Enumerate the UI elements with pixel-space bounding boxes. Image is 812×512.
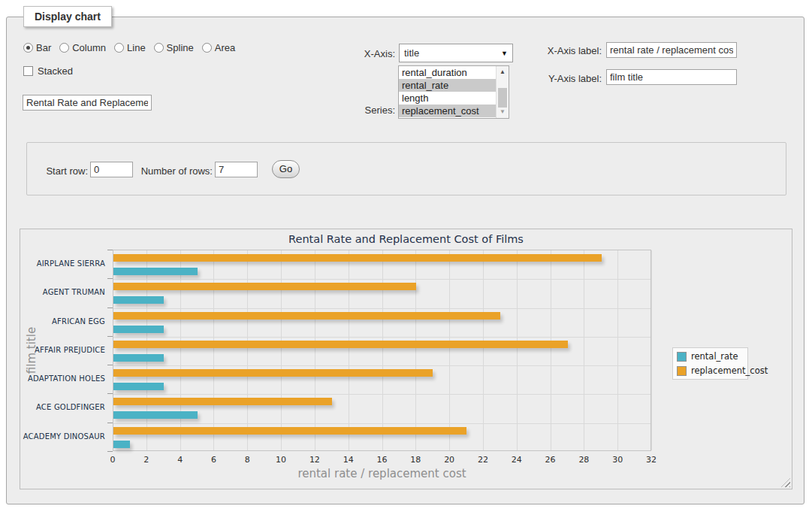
scrollbar-thumb[interactable] <box>498 88 507 108</box>
scroll-up-icon[interactable]: ▲ <box>497 66 509 78</box>
y-axis-label-input[interactable] <box>606 69 737 85</box>
y-tick-mark <box>107 423 113 423</box>
chart-x-axis-label: rental rate / replacement cost <box>113 467 651 480</box>
bar-rental_rate <box>113 268 198 275</box>
x-tick-label: 26 <box>538 455 563 465</box>
radio-icon[interactable] <box>114 43 124 53</box>
bar-rental_rate <box>113 354 164 362</box>
category-label: ADAPTATION HOLES <box>20 365 105 393</box>
chart-legend: rental_ratereplacement_cost <box>672 347 748 380</box>
series-listbox[interactable]: rental_durationrental_ratelengthreplacem… <box>398 65 509 119</box>
radio-icon[interactable] <box>202 43 212 53</box>
x-tick-label: 20 <box>436 455 462 465</box>
chart-type-line[interactable]: Line <box>114 42 146 53</box>
number-of-rows-input[interactable] <box>215 162 258 177</box>
start-row-label: Start row: <box>41 165 88 177</box>
x-tick-label: 18 <box>403 455 428 465</box>
x-tick-label: 8 <box>234 455 260 465</box>
fieldset-legend: Display chart <box>23 6 112 27</box>
legend-entry: replacement_cost <box>677 365 744 376</box>
gridline <box>584 250 584 450</box>
x-tick-label: 10 <box>268 455 294 465</box>
gridline <box>113 337 651 338</box>
gridline <box>315 250 315 450</box>
chart-type-area[interactable]: Area <box>202 42 235 53</box>
bar-rental_rate <box>113 383 164 390</box>
category-label: AFRICAN EGG <box>20 308 105 336</box>
x-axis-select[interactable]: title ▼ <box>399 44 513 62</box>
x-tick-label: 2 <box>134 455 159 465</box>
radio-icon[interactable] <box>59 43 69 53</box>
series-option-length[interactable]: length <box>399 92 496 105</box>
go-button[interactable]: Go <box>272 160 300 178</box>
gridline <box>113 365 651 366</box>
gridline <box>146 250 147 450</box>
series-option-rental_rate[interactable]: rental_rate <box>399 79 496 92</box>
bar-replacement_cost <box>113 341 568 348</box>
y-tick-mark <box>107 393 113 394</box>
legend-label: replacement_cost <box>691 365 768 376</box>
bar-rental_rate <box>113 411 198 419</box>
gridline <box>483 250 484 450</box>
stacked-checkbox[interactable] <box>23 66 33 76</box>
scroll-down-icon[interactable]: ▼ <box>497 106 509 118</box>
number-of-rows-label: Number of rows: <box>139 165 213 177</box>
bar-replacement_cost <box>113 312 500 320</box>
gridline <box>382 250 383 450</box>
gridline <box>449 250 450 450</box>
gridline <box>551 250 551 450</box>
chart-title-input[interactable] <box>23 95 152 111</box>
chart-type-column[interactable]: Column <box>59 42 106 53</box>
series-options: rental_durationrental_ratelengthreplacem… <box>399 66 496 118</box>
x-tick-label: 14 <box>336 455 361 465</box>
x-axis-select-value: title <box>404 47 501 59</box>
x-tick-label: 22 <box>470 455 496 465</box>
legend-entry: rental_rate <box>677 351 744 362</box>
bar-rental_rate <box>113 441 130 448</box>
x-axis-select-label: X-Axis: <box>335 48 395 59</box>
gridline <box>349 250 349 450</box>
resize-handle-icon[interactable] <box>781 478 790 487</box>
series-option-rental_duration[interactable]: rental_duration <box>399 66 496 79</box>
gridline <box>517 250 518 450</box>
chart-type-bar[interactable]: Bar <box>23 42 51 53</box>
y-tick-mark <box>107 365 113 365</box>
bar-rental_rate <box>113 326 164 333</box>
y-axis-label-label: Y-Axis label: <box>527 73 602 84</box>
category-label: AIRPLANE SIERRA <box>20 250 105 278</box>
gridline <box>113 423 651 424</box>
x-tick-label: 12 <box>302 455 328 465</box>
stacked-option[interactable]: Stacked <box>23 65 73 77</box>
x-tick-label: 30 <box>605 455 630 465</box>
x-axis-label-input[interactable] <box>606 42 737 58</box>
x-tick-label: 4 <box>168 455 193 465</box>
gridline <box>651 250 652 450</box>
bar-replacement_cost <box>113 398 332 405</box>
category-label: ACE GOLDFINGER <box>20 393 105 422</box>
gridline <box>180 250 181 450</box>
radio-icon[interactable] <box>23 43 33 53</box>
bar-replacement_cost <box>113 427 466 435</box>
bar-replacement_cost <box>113 369 433 377</box>
series-option-replacement_cost[interactable]: replacement_cost <box>399 105 496 117</box>
chart-type-option-label: Line <box>127 42 146 53</box>
chart-type-option-label: Spline <box>167 42 194 53</box>
x-tick-label: 28 <box>571 455 596 465</box>
x-tick-label: 0 <box>100 455 125 465</box>
rows-panel: Start row: Number of rows: Go <box>26 142 786 195</box>
bar-replacement_cost <box>113 254 602 262</box>
series-label: Series: <box>335 105 395 116</box>
x-axis-label-label: X-Axis label: <box>527 45 602 56</box>
gridline <box>617 250 618 450</box>
listbox-scrollbar[interactable]: ▲ ▼ <box>496 66 509 118</box>
radio-icon[interactable] <box>154 43 164 53</box>
gridline <box>281 250 282 450</box>
chevron-down-icon: ▼ <box>501 50 508 57</box>
bar-rental_rate <box>113 296 164 304</box>
y-tick-mark <box>107 278 113 279</box>
chart-type-options: BarColumnLineSplineArea <box>23 42 235 53</box>
chart-type-spline[interactable]: Spline <box>154 42 194 53</box>
start-row-input[interactable] <box>90 162 133 177</box>
x-tick-label: 6 <box>201 455 226 465</box>
gridline <box>415 250 416 450</box>
